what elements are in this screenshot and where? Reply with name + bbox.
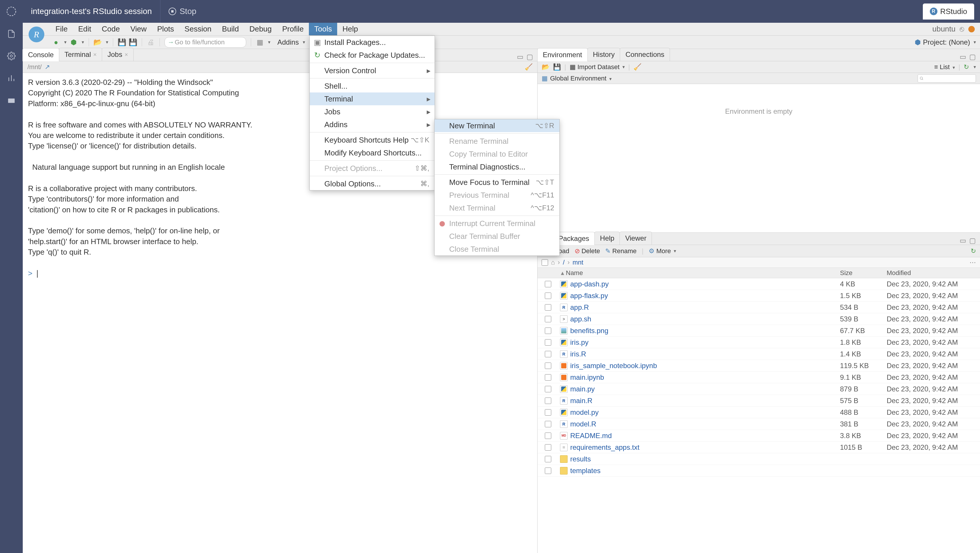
menu-file[interactable]: File <box>50 23 73 35</box>
file-checkbox[interactable] <box>545 409 551 416</box>
menu-build[interactable]: Build <box>217 23 244 35</box>
env-search-input[interactable] <box>918 75 976 83</box>
save-all-icon[interactable]: 💾 <box>129 38 137 46</box>
gear-icon[interactable] <box>6 51 17 61</box>
file-name[interactable]: app.sh <box>569 315 840 323</box>
file-name[interactable]: iris.R <box>569 350 840 358</box>
refresh-icon[interactable]: ↻ <box>964 63 969 71</box>
menu-view[interactable]: View <box>125 23 152 35</box>
logout-icon[interactable]: ⎋ <box>959 24 964 33</box>
menu-plots[interactable]: Plots <box>152 23 180 35</box>
scope-selector[interactable]: Global Environment ▾ <box>550 75 612 82</box>
grid-icon[interactable]: ▦ <box>256 38 264 46</box>
load-workspace-icon[interactable]: 📂 <box>542 63 549 71</box>
save-workspace-icon[interactable]: 💾 <box>553 63 561 71</box>
file-name[interactable]: main.ipynb <box>569 373 840 381</box>
tab-jobs[interactable]: Jobs× <box>102 48 133 61</box>
file-checkbox[interactable] <box>545 339 551 346</box>
list-view-button[interactable]: ≡ List ▾ <box>934 63 955 71</box>
file-name[interactable]: benefits.png <box>569 327 840 335</box>
maximize-pane-icon[interactable]: ▢ <box>527 53 533 61</box>
file-row[interactable]: app-dash.py4 KBDec 23, 2020, 9:42 AM <box>538 278 980 290</box>
minimize-pane-icon[interactable]: ▭ <box>959 237 966 245</box>
open-file-icon[interactable]: 📂 <box>94 38 102 46</box>
stats-icon[interactable] <box>6 73 17 83</box>
file-name[interactable]: app.R <box>569 304 840 311</box>
file-row[interactable]: main.R575 BDec 23, 2020, 9:42 AM <box>538 395 980 407</box>
file-name[interactable]: results <box>569 455 840 463</box>
rename-button[interactable]: ✎Rename <box>605 247 636 255</box>
col-size[interactable]: Size <box>840 269 887 277</box>
file-checkbox[interactable] <box>545 351 551 357</box>
file-checkbox[interactable] <box>545 397 551 404</box>
file-name[interactable]: iris.py <box>569 338 840 346</box>
file-checkbox[interactable] <box>545 444 551 451</box>
file-name[interactable]: model.R <box>569 420 840 428</box>
new-project-icon[interactable]: ⬢ <box>69 38 78 46</box>
crumb-root[interactable]: / <box>563 259 565 266</box>
file-name[interactable]: main.R <box>569 397 840 405</box>
menu-item[interactable]: Addins▸ <box>310 118 434 131</box>
import-dataset-button[interactable]: ▦ Import Dataset ▾ <box>570 63 625 71</box>
open-dir-icon[interactable]: ↗ <box>45 63 50 71</box>
file-name[interactable]: app-dash.py <box>569 280 840 288</box>
folder-nav-icon[interactable] <box>6 95 17 106</box>
goto-file-input[interactable]: Go to file/function <box>164 37 246 48</box>
tab-viewer[interactable]: Viewer <box>619 232 652 245</box>
more-button[interactable]: ⚙More ▾ <box>649 247 676 255</box>
menu-item[interactable]: ↻Check for Package Updates... <box>310 49 434 62</box>
file-checkbox[interactable] <box>545 432 551 439</box>
power-icon[interactable] <box>968 26 975 32</box>
file-row[interactable]: main.py879 BDec 23, 2020, 9:42 AM <box>538 383 980 395</box>
save-icon[interactable]: 💾 <box>118 38 126 46</box>
file-row[interactable]: README.md3.8 KBDec 23, 2020, 9:42 AM <box>538 430 980 442</box>
select-all-checkbox[interactable] <box>542 259 548 266</box>
file-checkbox[interactable] <box>545 467 551 474</box>
menu-item[interactable]: Global Options...⌘, <box>310 177 434 190</box>
file-checkbox[interactable] <box>545 362 551 369</box>
rstudio-tab[interactable]: R RStudio <box>923 3 974 19</box>
file-name[interactable]: iris_sample_notebook.ipynb <box>569 362 840 370</box>
path-options-icon[interactable]: ⋯ <box>969 259 976 266</box>
file-checkbox[interactable] <box>545 316 551 322</box>
crumb-dir[interactable]: mnt <box>573 259 583 266</box>
refresh-files-icon[interactable]: ↻ <box>970 247 976 255</box>
file-name[interactable]: templates <box>569 467 840 475</box>
file-row[interactable]: requirements_apps.txt1015 BDec 23, 2020,… <box>538 442 980 453</box>
file-name[interactable]: main.py <box>569 385 840 393</box>
maximize-pane-icon[interactable]: ▢ <box>969 237 976 245</box>
close-icon[interactable]: × <box>124 51 128 58</box>
file-row[interactable]: benefits.png67.7 KBDec 23, 2020, 9:42 AM <box>538 325 980 337</box>
file-name[interactable]: README.md <box>569 432 840 440</box>
menu-help[interactable]: Help <box>337 23 363 35</box>
menu-item[interactable]: Terminal▸ <box>310 92 434 105</box>
stop-button[interactable]: Stop <box>161 7 205 16</box>
clear-env-icon[interactable]: 🧹 <box>633 63 641 71</box>
home-icon[interactable]: ⌂ <box>551 259 555 266</box>
menu-item[interactable]: Keyboard Shortcuts Help⌥⇧K <box>310 133 434 146</box>
file-row[interactable]: iris_sample_notebook.ipynb119.5 KBDec 23… <box>538 360 980 372</box>
file-row[interactable]: templates <box>538 465 980 477</box>
clear-console-icon[interactable]: 🧹 <box>525 63 533 71</box>
file-checkbox[interactable] <box>545 456 551 462</box>
delete-button[interactable]: ⊘Delete <box>574 247 600 255</box>
file-row[interactable]: iris.R1.4 KBDec 23, 2020, 9:42 AM <box>538 348 980 360</box>
file-icon[interactable] <box>6 29 17 39</box>
file-row[interactable]: model.py488 BDec 23, 2020, 9:42 AM <box>538 407 980 418</box>
file-row[interactable]: results <box>538 453 980 465</box>
tab-history[interactable]: History <box>587 48 620 61</box>
file-checkbox[interactable] <box>545 386 551 392</box>
menu-item[interactable]: New Terminal⌥⇧R <box>434 119 559 132</box>
tab-terminal[interactable]: Terminal× <box>59 48 102 61</box>
menu-code[interactable]: Code <box>97 23 125 35</box>
close-icon[interactable]: × <box>93 51 97 58</box>
project-selector[interactable]: ⬢ Project: (None) ▾ <box>915 38 976 46</box>
minimize-pane-icon[interactable]: ▭ <box>517 53 523 61</box>
menu-item[interactable]: Version Control▸ <box>310 64 434 77</box>
file-name[interactable]: model.py <box>569 408 840 416</box>
file-row[interactable]: main.ipynb9.1 KBDec 23, 2020, 9:42 AM <box>538 372 980 383</box>
menu-item[interactable]: Modify Keyboard Shortcuts... <box>310 146 434 159</box>
file-row[interactable]: app.R534 BDec 23, 2020, 9:42 AM <box>538 302 980 313</box>
file-name[interactable]: app-flask.py <box>569 292 840 300</box>
menu-session[interactable]: Session <box>180 23 217 35</box>
